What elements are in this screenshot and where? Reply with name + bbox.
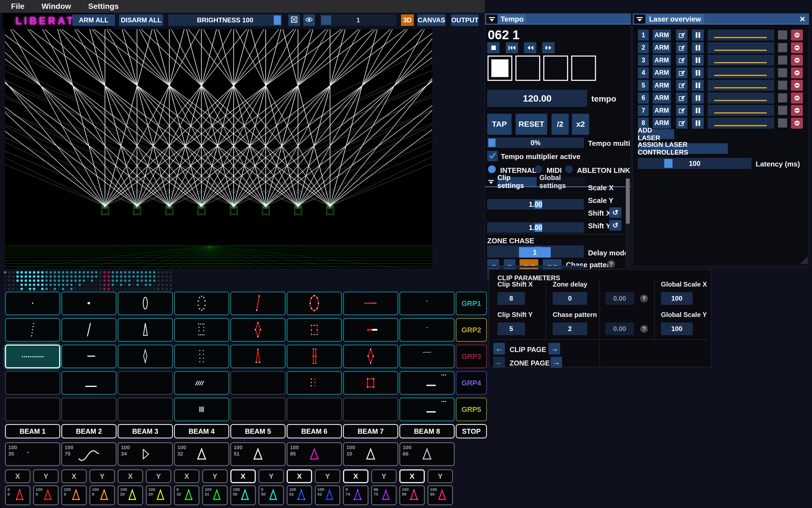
laser-number-7[interactable]: 7	[638, 105, 649, 116]
tempo-panel-header[interactable]: Tempo	[485, 13, 631, 25]
beam-clip-4[interactable]: 10032	[174, 442, 229, 466]
laser-edit-icon-4[interactable]	[676, 68, 687, 78]
clip-cell-r2c1-dotted-diagonal[interactable]	[5, 318, 60, 342]
global-scale-x-field[interactable]: 100	[661, 292, 693, 305]
disarm-all-button[interactable]: DISARM ALL	[119, 14, 163, 26]
tempo-field[interactable]: 120.00	[487, 90, 587, 107]
clip-cell-r1c8-tiny-dot[interactable]	[399, 292, 455, 315]
latency-slider[interactable]: 100	[638, 158, 752, 169]
fast-forward-button[interactable]	[542, 42, 555, 53]
axis-y-button-3[interactable]: Y	[146, 469, 171, 483]
clip-cell-r5c3-empty[interactable]	[118, 397, 173, 421]
clip-cell-r4c4-hatch-lines[interactable]	[174, 371, 229, 395]
clip-cell-r3c2-hline[interactable]	[61, 345, 117, 368]
clip-cell-r2c3-narrow-triangle[interactable]	[118, 318, 173, 342]
clip-cell-r5c5-empty[interactable]	[230, 397, 286, 421]
laser-edit-icon-7[interactable]	[676, 105, 687, 116]
tempo-reset-button[interactable]: RESET	[516, 114, 547, 135]
blackout-button[interactable]	[288, 14, 300, 26]
tempo-multiplier-slider[interactable]: 0%	[487, 137, 584, 148]
axis-x-button-3[interactable]: X	[118, 469, 143, 483]
clip-cell-r4c3-empty[interactable]	[118, 371, 173, 395]
settings-scrollbar[interactable]	[625, 177, 630, 268]
stop-button[interactable]: STOP	[456, 424, 487, 438]
clip-cell-r5c2-empty[interactable]	[61, 397, 117, 421]
laser-remove-button-3[interactable]	[791, 55, 803, 66]
color-clip-16[interactable]: 10090	[428, 485, 453, 505]
clip-cell-r5c8-dash-ellipsis[interactable]	[399, 397, 455, 421]
laser-number-4[interactable]: 4	[638, 68, 649, 78]
laser-edit-icon-8[interactable]	[676, 118, 687, 129]
scrollbar-thumb[interactable]	[626, 179, 630, 224]
color-clip-5[interactable]: 10020	[118, 485, 143, 505]
panel-collapse-icon[interactable]	[486, 15, 497, 24]
beam-clip-6[interactable]: 10085	[287, 442, 342, 466]
beam-clip-2[interactable]: 10075	[61, 442, 117, 466]
laser-edit-icon-3[interactable]	[676, 55, 687, 66]
laser-overview-header[interactable]: Laser overview ×	[633, 13, 809, 25]
menu-item-window[interactable]: Window	[41, 2, 71, 11]
laser-pause-icon-6[interactable]	[692, 92, 704, 103]
source-radio-ableton-link[interactable]	[565, 165, 573, 173]
laser-remove-button-4[interactable]	[791, 68, 803, 78]
axis-x-button-7[interactable]: X	[343, 469, 368, 483]
axis-x-button-6[interactable]: X	[287, 469, 312, 483]
scale-x-field[interactable]: 1.00	[487, 199, 584, 210]
color-clip-9[interactable]: 10050	[230, 485, 256, 505]
laser-overview-tab[interactable]: Laser overview	[646, 14, 704, 24]
clip-cell-r1c1-dot[interactable]	[5, 292, 60, 315]
tempo-half-button[interactable]: /2	[552, 114, 569, 135]
clip-cell-r1c4-dotted-ellipse[interactable]	[174, 292, 229, 315]
laser-number-5[interactable]: 5	[638, 80, 649, 91]
clip-cell-r4c7-red-rect[interactable]	[343, 371, 398, 395]
clip-cell-r1c7-red-dashed-line[interactable]	[343, 292, 398, 315]
axis-x-button-4[interactable]: X	[174, 469, 199, 483]
laser-pause-icon-8[interactable]	[692, 118, 704, 129]
clip-cell-r2c6-red-dotted-rect[interactable]	[287, 318, 342, 342]
group-button-grp2[interactable]: GRP2	[456, 318, 487, 342]
clip-cell-r3c6-red-double-lines[interactable]	[287, 345, 342, 368]
zone-page-prev-button[interactable]: ←	[493, 357, 505, 368]
laser-number-6[interactable]: 6	[638, 92, 649, 103]
clip-cell-r1c3-ellipse-outline[interactable]	[118, 292, 173, 315]
clip-shift-x-field[interactable]: 8	[497, 292, 525, 305]
group-button-grp4[interactable]: GRP4	[456, 371, 487, 395]
resize-grip-icon[interactable]	[800, 256, 808, 265]
laser-remove-button-6[interactable]	[791, 92, 803, 103]
beam-button-1[interactable]: BEAM 1	[5, 424, 60, 438]
laser-edit-icon-1[interactable]	[676, 30, 687, 41]
axis-y-button-7[interactable]: Y	[371, 469, 397, 483]
clip-cell-r5c1-empty[interactable]	[5, 397, 60, 421]
delay-mode-handle[interactable]: 1	[519, 247, 551, 258]
tab-global-settings[interactable]: Global settings	[539, 177, 586, 186]
clip-page-prev-button[interactable]: ←	[493, 343, 505, 354]
unassigned-field[interactable]: 0.00	[605, 323, 634, 335]
laser-remove-button-2[interactable]	[791, 42, 803, 53]
laser-remove-button-7[interactable]	[791, 105, 803, 116]
color-clip-7[interactable]: 032	[174, 485, 199, 505]
laser-arm-button-4[interactable]: ARM	[653, 68, 671, 78]
zone-page-next-button[interactable]: →	[551, 357, 562, 368]
color-clip-11[interactable]: 10062	[287, 485, 312, 505]
group-button-grp1[interactable]: GRP1	[456, 292, 487, 315]
tap-button[interactable]: TAP	[487, 114, 512, 135]
color-clip-6[interactable]: 10020	[146, 485, 171, 505]
color-clip-12[interactable]: 10062	[315, 485, 340, 505]
axis-y-button-6[interactable]: Y	[315, 469, 340, 483]
color-clip-10[interactable]: 050	[258, 485, 284, 505]
brightness-slider[interactable]: BRIGHTNESS 100	[168, 14, 282, 26]
tempo-multiplier-checkbox[interactable]	[487, 151, 498, 161]
beam-clip-1[interactable]: 10035	[5, 442, 60, 466]
clip-cell-r4c5-empty[interactable]	[230, 371, 286, 395]
laser-arm-button-3[interactable]: ARM	[653, 55, 671, 66]
beam-button-5[interactable]: BEAM 5	[230, 424, 286, 438]
laser-remove-button-8[interactable]	[791, 118, 803, 129]
beam-button-3[interactable]: BEAM 3	[118, 424, 173, 438]
laser-remove-button-1[interactable]	[791, 30, 803, 41]
clip-cell-r1c2-square-dot[interactable]	[61, 292, 117, 315]
clip-cell-r2c7-red-dash-segments[interactable]	[343, 318, 398, 342]
laser-number-1[interactable]: 1	[638, 30, 649, 41]
beam-button-4[interactable]: BEAM 4	[174, 424, 229, 438]
clip-cell-r4c1-empty[interactable]	[5, 371, 60, 395]
help-icon[interactable]: ?	[640, 325, 648, 333]
